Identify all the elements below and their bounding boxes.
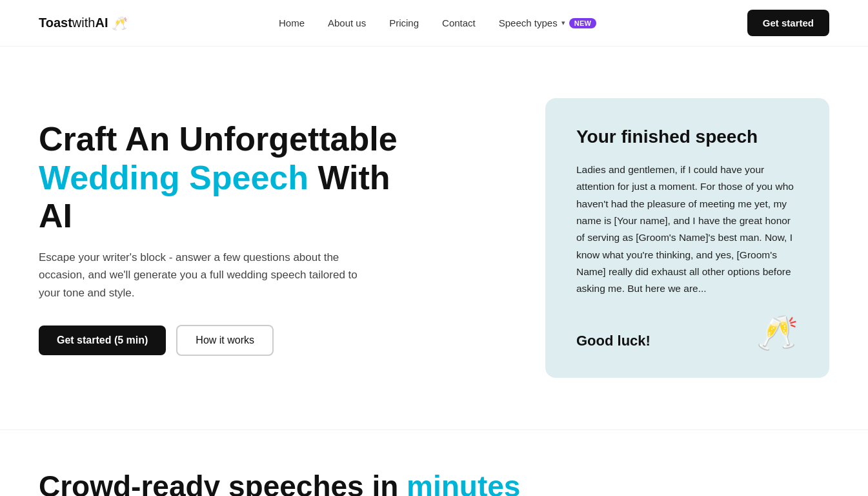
crowd-title-main: Crowd-ready speeches in: [39, 470, 398, 496]
crowd-title-accent: minutes: [407, 470, 520, 496]
hero-subtitle: Escape your writer's block - answer a fe…: [39, 249, 374, 302]
hero-get-started-button[interactable]: Get started (5 min): [39, 326, 166, 355]
logo[interactable]: ToastwithAI 🥂: [39, 16, 128, 31]
logo-toast: ToastwithAI: [39, 16, 108, 30]
header: ToastwithAI 🥂 Home About us Pricing Cont…: [0, 0, 868, 46]
header-get-started-button[interactable]: Get started: [747, 10, 829, 36]
speech-card-body: Ladies and gentlemen, if I could have yo…: [576, 161, 798, 298]
nav-about-us[interactable]: About us: [328, 17, 366, 28]
nav-contact[interactable]: Contact: [442, 17, 476, 28]
hero-title-accent: Wedding Speech: [39, 159, 308, 196]
speech-card: Your finished speech Ladies and gentleme…: [545, 98, 829, 378]
crowd-title: Crowd-ready speeches in minutes: [39, 469, 829, 496]
new-badge: NEW: [569, 18, 597, 28]
hero-how-it-works-button[interactable]: How it works: [176, 325, 274, 356]
main-nav: Home About us Pricing Contact Speech typ…: [279, 17, 596, 28]
logo-emoji: 🥂: [112, 16, 128, 31]
hero-title: Craft An Unforgettable Wedding Speech Wi…: [39, 120, 413, 236]
speech-card-title: Your finished speech: [576, 127, 798, 147]
hero-section: Craft An Unforgettable Wedding Speech Wi…: [0, 46, 868, 429]
nav-pricing[interactable]: Pricing: [389, 17, 419, 28]
hero-title-line1: Craft An Unforgettable: [39, 120, 398, 158]
speech-card-good-luck: Good luck!: [576, 333, 651, 349]
chevron-down-icon: ▾: [561, 19, 565, 27]
hero-buttons: Get started (5 min) How it works: [39, 325, 413, 356]
speech-card-footer: Good luck! 🥂: [576, 316, 798, 349]
nav-speech-types-link[interactable]: Speech types: [499, 17, 558, 28]
hero-left: Craft An Unforgettable Wedding Speech Wi…: [39, 120, 413, 356]
nav-home[interactable]: Home: [279, 17, 305, 28]
speech-card-emoji: 🥂: [756, 316, 798, 349]
nav-speech-types[interactable]: Speech types ▾ NEW: [499, 17, 596, 28]
crowd-section: Crowd-ready speeches in minutes Toastwit…: [0, 429, 868, 496]
